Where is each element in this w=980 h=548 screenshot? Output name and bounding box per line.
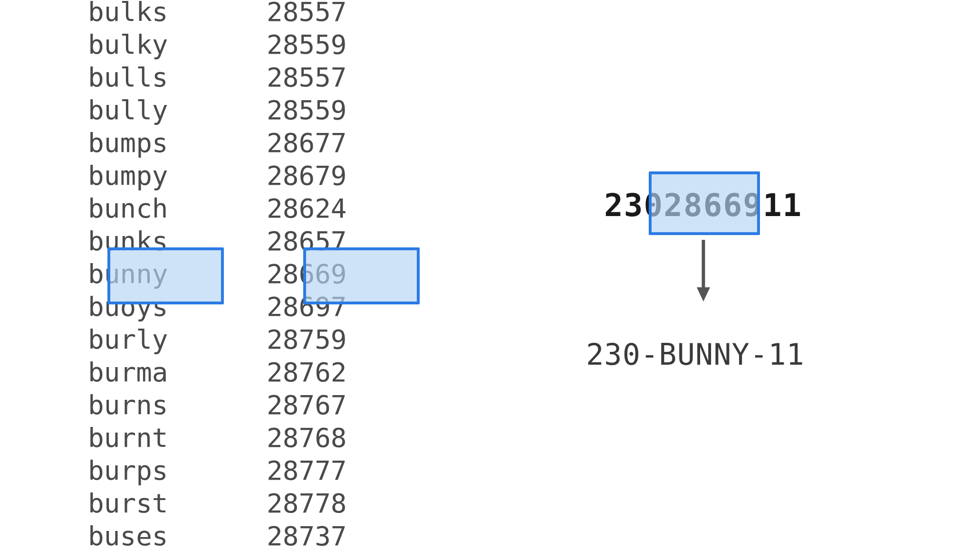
number-cell: 28679: [267, 159, 347, 192]
word-row: bulky28559: [88, 28, 347, 61]
number-cell: 28559: [267, 28, 347, 61]
word-row: bulks28557: [88, 0, 347, 28]
highlight-matched-digits: [649, 171, 760, 235]
number-cell: 28737: [267, 520, 347, 548]
word-cell: buses: [88, 520, 267, 548]
word-row: buses28737: [88, 520, 347, 548]
number-cell: 28762: [267, 356, 347, 388]
word-cell: bulky: [88, 28, 267, 61]
word-row: bumps28677: [88, 126, 347, 159]
word-row: burnt28768: [88, 421, 347, 454]
word-cell: burly: [88, 323, 267, 356]
result-phoneword: 230-BUNNY-11: [586, 337, 805, 372]
number-cell: 28777: [267, 454, 347, 487]
word-cell: bunch: [88, 192, 267, 225]
number-cell: 28557: [267, 0, 347, 28]
number-cell: 28768: [267, 421, 347, 454]
word-cell: bumps: [88, 126, 267, 159]
svg-marker-1: [697, 287, 710, 302]
word-cell: burnt: [88, 421, 267, 454]
word-cell: bulls: [88, 61, 267, 94]
word-row: burps28777: [88, 454, 347, 487]
word-row: burns28767: [88, 388, 347, 421]
number-cell: 28759: [267, 323, 347, 356]
highlight-selected-number: [303, 247, 420, 304]
word-cell: bully: [88, 94, 267, 126]
number-cell: 28778: [267, 487, 347, 520]
number-cell: 28677: [267, 126, 347, 159]
word-row: bulls28557: [88, 61, 347, 94]
word-row: bully28559: [88, 94, 347, 126]
word-cell: burns: [88, 388, 267, 421]
word-row: burma28762: [88, 356, 347, 388]
word-row: burst28778: [88, 487, 347, 520]
number-cell: 28559: [267, 94, 347, 126]
word-cell: burps: [88, 454, 267, 487]
number-cell: 28557: [267, 61, 347, 94]
word-row: bumpy28679: [88, 159, 347, 192]
number-cell: 28624: [267, 192, 347, 225]
highlight-selected-word: [107, 247, 224, 304]
word-row: bunch28624: [88, 192, 347, 225]
word-cell: burma: [88, 356, 267, 388]
number-cell: 28767: [267, 388, 347, 421]
word-cell: bumpy: [88, 159, 267, 192]
arrow-down-icon: [694, 237, 713, 304]
word-row: burly28759: [88, 323, 347, 356]
word-cell: bulks: [88, 0, 267, 28]
word-cell: burst: [88, 487, 267, 520]
